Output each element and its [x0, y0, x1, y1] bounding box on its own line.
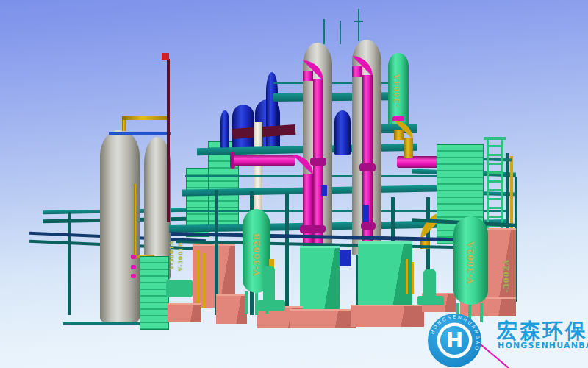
- pump-base: [257, 300, 285, 311]
- pipe-yellow: [404, 138, 413, 158]
- pump: [166, 280, 193, 297]
- foundation-pad: [216, 294, 247, 324]
- pipe-yellow: [122, 116, 168, 120]
- structure-post: [285, 193, 289, 315]
- pipe-rack-post: [68, 212, 71, 315]
- plant-3d-viewport[interactable]: V-3001A V-3001B V-3002B V-3002A -3002A -…: [0, 0, 588, 368]
- antenna-line: [358, 9, 359, 41]
- foundation-pad: [351, 305, 424, 327]
- pipe-yellow: [394, 130, 404, 140]
- pipe-yellow: [406, 259, 408, 294]
- pipe-yellow: [203, 253, 205, 308]
- antenna-line: [323, 19, 325, 44]
- pipe-yellow: [412, 262, 414, 294]
- pipe-maroon: [167, 59, 170, 222]
- green-tank-box: [300, 246, 340, 316]
- valve-handle: [131, 255, 136, 259]
- pipe-yellow: [510, 156, 513, 230]
- foundation-pad: [168, 303, 201, 322]
- green-column: [388, 53, 409, 125]
- pipe-magenta: [352, 66, 362, 77]
- blue-reactor: [334, 110, 351, 155]
- foundation-pad: [290, 309, 356, 328]
- vessel-leg: [245, 291, 248, 314]
- antenna-line: [340, 21, 341, 44]
- handrail: [273, 82, 406, 84]
- pipe-yellow: [134, 184, 137, 258]
- pipe-magenta: [234, 155, 295, 166]
- company-name-en: HONGSENHUANBAO: [498, 341, 588, 350]
- pipe-coupling: [300, 225, 316, 233]
- vessel-drum: [453, 216, 488, 305]
- blue-pump: [321, 185, 327, 196]
- blue-pump: [363, 205, 369, 222]
- pipe-coupling: [359, 163, 376, 171]
- blue-column: [220, 110, 229, 152]
- pipe-yellow: [197, 250, 199, 308]
- pipe-magenta: [303, 71, 313, 81]
- pipe-coupling: [361, 222, 376, 230]
- pipe-coupling: [310, 158, 326, 166]
- antenna-line: [354, 21, 363, 22]
- pump: [423, 269, 436, 299]
- vent-box: [162, 53, 169, 60]
- pipe-blue: [109, 132, 171, 135]
- valve-handle: [131, 265, 136, 269]
- company-logo-icon: H HONGSENHUANBAO: [427, 313, 482, 368]
- pump-base: [417, 296, 444, 305]
- plate-heat-exchanger: [140, 256, 169, 330]
- valve-handle: [131, 274, 136, 278]
- deck-platform: [273, 92, 406, 102]
- logo-monogram: H: [446, 328, 463, 353]
